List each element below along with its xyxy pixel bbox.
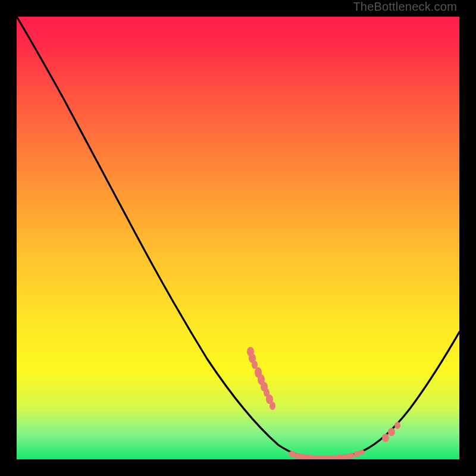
chart-frame <box>17 17 459 459</box>
svg-point-21 <box>359 450 365 455</box>
bottleneck-curve <box>17 17 459 458</box>
chart-svg <box>17 17 459 459</box>
marker-cluster-bottom <box>289 450 365 459</box>
marker-cluster-right <box>382 422 400 442</box>
watermark-text: TheBottleneck.com <box>353 0 457 14</box>
svg-point-24 <box>394 422 400 429</box>
svg-point-8 <box>270 402 275 410</box>
svg-point-19 <box>347 453 355 459</box>
svg-point-23 <box>388 428 395 436</box>
svg-point-18 <box>342 454 349 459</box>
svg-point-22 <box>382 434 389 442</box>
marker-cluster-left <box>247 347 275 410</box>
